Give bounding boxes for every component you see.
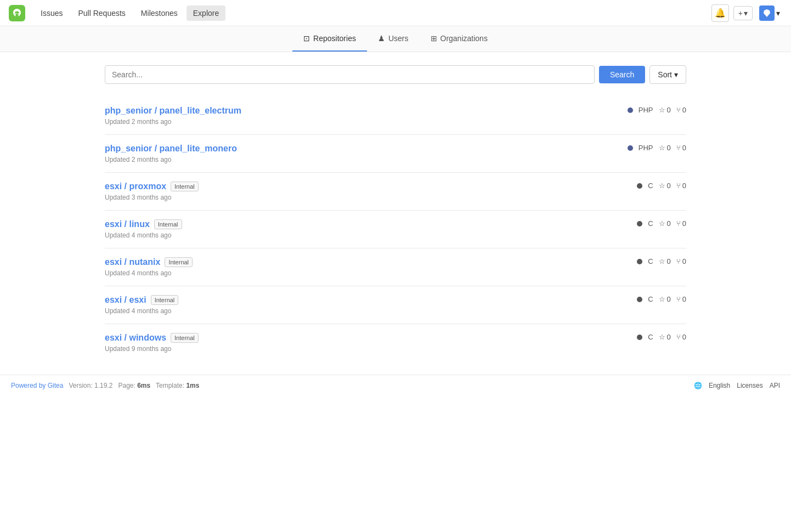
star-icon: ☆ [659,219,665,228]
repo-badge: Internal [171,182,199,191]
footer-template-value: 1ms [186,382,199,389]
avatar-dropdown-arrow: ▾ [776,9,780,18]
repo-info: esxi / linux Internal Updated 4 months a… [105,219,637,239]
repo-name-link[interactable]: esxi / esxi Internal [105,295,178,305]
sort-label: Sort [658,70,672,79]
fork-icon: ⑂ [676,333,681,341]
repo-stats: C ☆ 0 ⑂ 0 [637,257,686,265]
svg-point-1 [18,13,19,14]
star-icon: ☆ [659,182,665,190]
footer-page-label: Page: 6ms [118,382,150,389]
navbar: Issues Pull Requests Milestones Explore … [0,0,791,26]
logo[interactable] [9,5,25,21]
licenses-link[interactable]: Licenses [737,382,762,389]
repo-updated: Updated 2 months ago [105,118,628,126]
repo-stats: C ☆ 0 ⑂ 0 [637,333,686,341]
repo-name-link[interactable]: esxi / proxmox Internal [105,182,199,191]
repo-item: esxi / windows Internal Updated 9 months… [105,324,686,361]
language-label: C [648,257,653,265]
forks-count: 0 [682,257,686,265]
language-dot [637,335,642,340]
star-icon: ☆ [659,257,665,265]
repo-item: esxi / nutanix Internal Updated 4 months… [105,248,686,286]
fork-icon: ⑂ [676,257,681,265]
repo-stats: PHP ☆ 0 ⑂ 0 [628,106,686,114]
forks-count: 0 [682,295,686,303]
repo-info: esxi / proxmox Internal Updated 3 months… [105,182,637,201]
repo-updated: Updated 3 months ago [105,194,637,201]
stars-count: 0 [667,144,671,152]
repo-item: esxi / proxmox Internal Updated 3 months… [105,173,686,211]
stars-count: 0 [667,182,671,190]
repo-name-link[interactable]: php_senior / panel_lite_electrum [105,106,241,116]
repo-name-link[interactable]: php_senior / panel_lite_monero [105,144,237,154]
stars-stat: ☆ 0 [659,182,671,190]
tab-users-label: Users [388,34,409,43]
repo-item: esxi / linux Internal Updated 4 months a… [105,211,686,248]
search-button[interactable]: Search [599,66,645,83]
search-input[interactable] [105,65,595,84]
repo-info: esxi / esxi Internal Updated 4 months ag… [105,295,637,315]
users-icon: ♟ [378,34,385,43]
main-content: Search Sort ▾ php_senior / panel_lite_el… [94,52,697,375]
tab-organizations[interactable]: ⊞ Organizations [420,26,499,52]
forks-count: 0 [682,219,686,228]
language-dot [637,221,642,227]
tabs: ⊡ Repositories ♟ Users ⊞ Organizations [292,26,499,52]
repo-badge: Internal [171,333,199,343]
language-label: C [648,182,653,190]
tab-users[interactable]: ♟ Users [367,26,420,52]
stars-count: 0 [667,219,671,228]
repo-info: esxi / nutanix Internal Updated 4 months… [105,257,637,277]
footer-left: Powered by Gitea Version: 1.19.2 Page: 6… [11,382,199,389]
stars-stat: ☆ 0 [659,219,671,228]
repo-updated: Updated 4 months ago [105,269,637,277]
forks-stat: ⑂ 0 [676,257,686,265]
repo-name-link[interactable]: esxi / nutanix Internal [105,257,193,267]
forks-count: 0 [682,144,686,152]
nav-explore[interactable]: Explore [187,5,225,21]
repo-name-link[interactable]: esxi / linux Internal [105,219,182,229]
forks-count: 0 [682,106,686,114]
language-label: PHP [639,144,653,152]
fork-icon: ⑂ [676,106,681,114]
stars-count: 0 [667,257,671,265]
user-menu[interactable]: ▾ [757,3,782,23]
repo-updated: Updated 4 months ago [105,307,637,315]
forks-count: 0 [682,182,686,190]
fork-icon: ⑂ [676,219,681,228]
nav-milestones[interactable]: Milestones [134,5,184,21]
language-link[interactable]: English [709,382,730,389]
repo-item: php_senior / panel_lite_electrum Updated… [105,97,686,135]
tab-organizations-label: Organizations [440,34,488,43]
api-link[interactable]: API [770,382,780,389]
forks-stat: ⑂ 0 [676,333,686,341]
notifications-button[interactable]: 🔔 [711,4,729,22]
plus-label: + [738,9,743,18]
repo-updated: Updated 4 months ago [105,231,637,239]
footer-version-label: Version: 1.19.2 [69,382,112,389]
repositories-icon: ⊡ [303,34,310,43]
sort-button[interactable]: Sort ▾ [649,65,686,84]
fork-icon: ⑂ [676,182,681,190]
stars-stat: ☆ 0 [659,144,671,152]
nav-issues[interactable]: Issues [34,5,69,21]
powered-by-link[interactable]: Powered by Gitea [11,382,63,389]
forks-stat: ⑂ 0 [676,219,686,228]
repository-list: php_senior / panel_lite_electrum Updated… [105,97,686,361]
forks-stat: ⑂ 0 [676,295,686,303]
star-icon: ☆ [659,333,665,341]
repo-badge: Internal [154,219,182,229]
nav-pull-requests[interactable]: Pull Requests [71,5,132,21]
repo-name-link[interactable]: esxi / windows Internal [105,333,199,343]
repo-badge: Internal [151,295,179,305]
stars-count: 0 [667,106,671,114]
repo-badge: Internal [165,257,193,267]
navbar-right: 🔔 + ▾ ▾ [711,3,782,23]
stars-stat: ☆ 0 [659,333,671,341]
tab-repositories[interactable]: ⊡ Repositories [292,26,367,52]
repo-info: php_senior / panel_lite_electrum Updated… [105,106,628,126]
fork-icon: ⑂ [676,295,681,303]
star-icon: ☆ [659,106,665,114]
create-button[interactable]: + ▾ [733,6,753,20]
